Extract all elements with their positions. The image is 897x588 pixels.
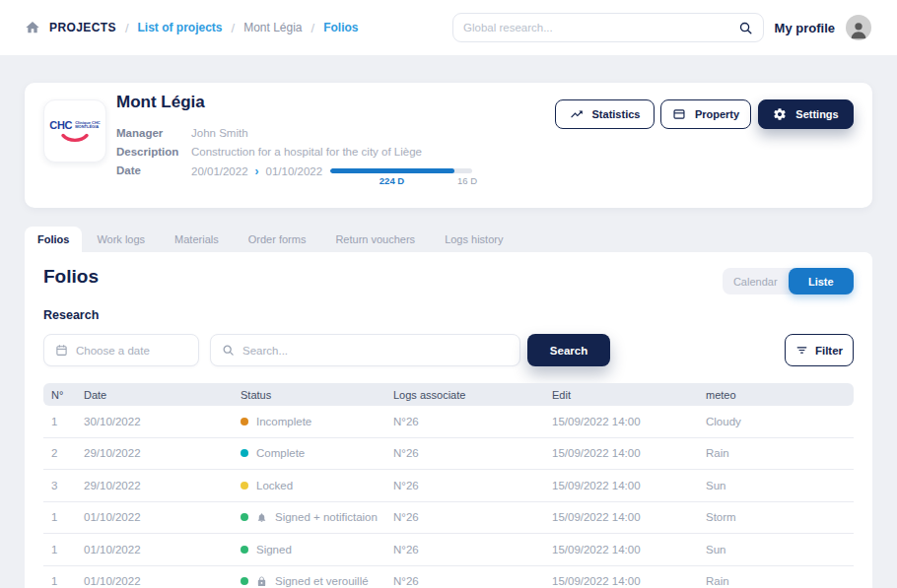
cell-meteo: Sun: [706, 480, 854, 491]
status-label: Signed + notifictaion: [275, 511, 378, 523]
tab-logs-history[interactable]: Logs history: [430, 227, 518, 252]
settings-label: Settings: [795, 108, 838, 120]
trend-up-icon: [570, 107, 584, 121]
cell-status: Incomplete: [241, 416, 393, 427]
global-search: [452, 13, 764, 42]
cell-date: 01/10/2022: [84, 511, 241, 523]
cell-edit: 15/09/2022 14:00: [552, 416, 706, 427]
project-logo: CHC Clinique CHC MONTLÉGIA: [43, 99, 106, 163]
profile-menu[interactable]: My profile: [775, 15, 871, 40]
status-label: Incomplete: [256, 416, 311, 427]
settings-button[interactable]: Settings: [758, 99, 854, 129]
col-logs: Logs associate: [393, 389, 552, 401]
tab-order-forms[interactable]: Order forms: [234, 227, 321, 252]
global-search-input[interactable]: [463, 14, 729, 41]
avatar[interactable]: [846, 15, 871, 40]
filter-button[interactable]: Filter: [785, 334, 854, 366]
cell-edit: 15/09/2022 14:00: [552, 544, 706, 555]
cell-meteo: Storm: [706, 511, 854, 523]
lock-icon: [256, 576, 267, 587]
chevron-right-icon: ›: [255, 164, 259, 178]
date-picker-field[interactable]: [43, 334, 199, 366]
cell-logs: N°26: [393, 447, 552, 459]
table-row[interactable]: 1 30/10/2022 Incomplete N°26 15/09/2022 …: [43, 406, 854, 438]
cell-date: 29/10/2022: [84, 447, 241, 459]
status-label: Complete: [256, 447, 305, 459]
calendar-icon: [55, 344, 68, 357]
cell-date: 01/10/2022: [84, 575, 241, 587]
cell-status: Signed + notifictaion: [241, 511, 393, 523]
cell-date: 01/10/2022: [84, 544, 241, 555]
field-label: Manager: [116, 127, 191, 139]
cell-edit: 15/09/2022 14:00: [552, 511, 706, 523]
logo-subline2: MONTLÉGIA: [75, 125, 101, 130]
search-icon[interactable]: [738, 21, 753, 35]
status-label: Signed et verouillé: [275, 575, 369, 587]
cell-meteo: Sun: [706, 544, 854, 555]
table-row[interactable]: 1 01/10/2022 Signed et verouillé N°26 15…: [43, 566, 854, 588]
cell-num: 1: [51, 416, 84, 427]
cell-date: 29/10/2022: [84, 480, 241, 491]
status-dot: [241, 449, 248, 457]
logo-brand: CHC: [49, 119, 72, 131]
statistics-button[interactable]: Statistics: [555, 99, 655, 129]
date-picker-input[interactable]: [76, 345, 187, 357]
field-description: Description Construction for a hospital …: [116, 146, 422, 158]
list-view-button[interactable]: Liste: [789, 268, 855, 294]
home-icon[interactable]: [25, 20, 40, 35]
tab-work-logs[interactable]: Work logs: [82, 227, 160, 252]
status-label: Signed: [256, 544, 292, 555]
field-manager: Manager John Smith: [116, 127, 248, 139]
progress-remaining-label: 16 D: [443, 175, 492, 186]
tab-folios[interactable]: Folios: [25, 227, 82, 252]
search-button[interactable]: Search: [527, 334, 610, 366]
gear-icon: [773, 107, 787, 121]
field-label: Date: [116, 164, 191, 178]
date-start: 20/01/2022: [191, 165, 248, 177]
research-label: Research: [43, 308, 99, 322]
table-row[interactable]: 2 29/10/2022 Complete N°26 15/09/2022 14…: [43, 438, 854, 471]
breadcrumb-separator: /: [232, 21, 236, 35]
profile-label: My profile: [775, 21, 835, 35]
field-value: John Smith: [191, 127, 248, 139]
folios-panel: Folios Calendar Liste Research Search Fi…: [25, 252, 872, 588]
table-row[interactable]: 1 01/10/2022 Signed N°26 15/09/2022 14:0…: [43, 534, 854, 566]
col-num: N°: [51, 389, 84, 401]
cell-status: Signed: [241, 544, 393, 555]
breadcrumb-folios[interactable]: Folios: [323, 21, 358, 34]
tab-materials[interactable]: Materials: [160, 227, 234, 252]
tab-return-vouchers[interactable]: Return vouchers: [320, 227, 430, 252]
project-progress-bar: [330, 168, 472, 173]
table-row[interactable]: 3 29/10/2022 Locked N°26 15/09/2022 14:0…: [43, 470, 854, 502]
status-dot: [241, 577, 248, 585]
status-dot: [241, 418, 248, 425]
cell-edit: 15/09/2022 14:00: [552, 447, 706, 459]
cell-num: 2: [51, 447, 84, 459]
filter-icon: [795, 344, 808, 357]
cell-num: 1: [51, 511, 84, 523]
folios-table: N° Date Status Logs associate Edit meteo…: [43, 383, 854, 588]
breadcrumb-current-project: Mont Légia: [243, 21, 302, 34]
calendar-view-button[interactable]: Calendar: [723, 268, 789, 294]
progress-fill: [330, 168, 454, 173]
breadcrumb-root[interactable]: PROJECTS: [49, 21, 116, 34]
search-input[interactable]: [242, 345, 509, 357]
date-end: 01/10/2022: [266, 165, 323, 177]
statistics-label: Statistics: [592, 108, 641, 120]
cell-logs: N°26: [393, 575, 552, 587]
cell-date: 30/10/2022: [84, 416, 241, 427]
search-field[interactable]: [210, 334, 520, 366]
status-dot: [241, 482, 248, 490]
cell-logs: N°26: [393, 480, 552, 491]
col-status: Status: [241, 389, 393, 401]
breadcrumb-list-of-projects[interactable]: List of projects: [138, 21, 223, 34]
cell-meteo: Rain: [706, 447, 854, 459]
view-toggle: Calendar Liste: [723, 268, 854, 294]
panel-title: Folios: [43, 266, 99, 288]
status-dot: [241, 546, 248, 554]
col-edit: Edit: [552, 389, 706, 401]
table-row[interactable]: 1 01/10/2022 Signed + notifictaion N°26 …: [43, 502, 854, 535]
filter-label: Filter: [815, 345, 843, 357]
property-button[interactable]: Property: [660, 99, 751, 129]
cell-status: Complete: [241, 447, 393, 459]
